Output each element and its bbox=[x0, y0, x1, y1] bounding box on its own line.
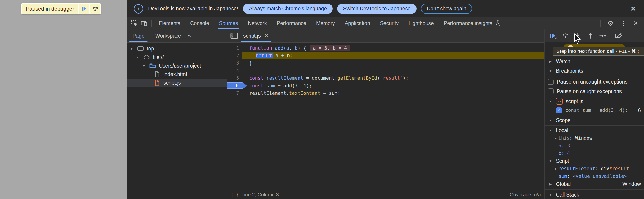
chevron-down-icon[interactable]: ▼ bbox=[548, 193, 553, 196]
tab-console[interactable]: Console bbox=[185, 17, 214, 29]
line-number-gutter[interactable]: 2 bbox=[227, 52, 242, 59]
scope-global-label: Global bbox=[556, 181, 571, 187]
chevron-down-icon[interactable]: ▼ bbox=[135, 55, 140, 59]
checkbox-unchecked[interactable] bbox=[548, 79, 554, 85]
step-button[interactable] bbox=[598, 31, 607, 40]
navigator-toggle-icon[interactable] bbox=[230, 31, 239, 40]
checkbox-unchecked[interactable] bbox=[548, 88, 554, 94]
section-call-stack[interactable]: ▼ Call Stack bbox=[545, 190, 644, 199]
tab-sources[interactable]: Sources bbox=[214, 17, 243, 29]
section-breakpoints[interactable]: ▼ Breakpoints bbox=[545, 66, 644, 76]
tree-item-folder[interactable]: ▼ Users/user/project bbox=[127, 62, 227, 70]
section-scope[interactable]: ▼ Scope bbox=[545, 115, 644, 125]
inspect-element-icon[interactable] bbox=[130, 20, 138, 27]
resume-button[interactable] bbox=[549, 31, 558, 40]
pause-uncaught-label: Pause on uncaught exceptions bbox=[557, 79, 628, 85]
step-out-button[interactable] bbox=[586, 31, 595, 40]
tree-item-file-origin[interactable]: ▼ file:// bbox=[127, 53, 227, 62]
chevron-down-icon[interactable]: ▼ bbox=[548, 69, 553, 73]
tab-memory[interactable]: Memory bbox=[311, 17, 340, 29]
code-text[interactable]: } bbox=[242, 59, 544, 67]
tab-performance[interactable]: Performance bbox=[272, 17, 311, 29]
tree-item-index-html[interactable]: index.html bbox=[127, 70, 227, 79]
step-over-page-button[interactable] bbox=[90, 4, 100, 14]
code-text[interactable]: const sum = add(3, 4); bbox=[242, 82, 544, 89]
pause-uncaught-row[interactable]: Pause on uncaught exceptions bbox=[545, 77, 644, 87]
chevron-right-icon[interactable]: ▶ bbox=[554, 136, 558, 140]
tooltip-text: Step into next function call - F11 - ⌘ ; bbox=[556, 48, 639, 54]
code-text[interactable] bbox=[242, 67, 544, 74]
devtools-close-icon[interactable]: ✕ bbox=[633, 20, 638, 27]
toolbar-separator bbox=[610, 32, 611, 39]
chevron-down-icon[interactable]: ▼ bbox=[548, 159, 553, 163]
section-watch[interactable]: ▶ Watch bbox=[545, 57, 644, 66]
cloud-icon bbox=[143, 54, 150, 61]
checkbox-checked[interactable]: ✓ bbox=[556, 107, 562, 113]
line-number-gutter[interactable]: 4 bbox=[227, 67, 242, 74]
line-number-gutter[interactable]: 5 bbox=[227, 75, 242, 82]
scope-local-group[interactable]: ▼ Local bbox=[545, 126, 644, 134]
tab-performance-insights[interactable]: Performance insights bbox=[439, 17, 505, 29]
resume-script-button[interactable] bbox=[79, 4, 89, 14]
code-line-2: 2 return a + b; bbox=[227, 52, 544, 59]
tree-item-script-js[interactable]: script.js bbox=[127, 79, 227, 87]
divider bbox=[545, 189, 644, 189]
tab-lighthouse[interactable]: Lighthouse bbox=[404, 17, 439, 29]
code-text[interactable]: return a + b; bbox=[242, 52, 544, 59]
kebab-menu-icon[interactable]: ⋮ bbox=[620, 20, 626, 27]
editor-tab-script-js[interactable]: script.js ✕ bbox=[239, 29, 273, 42]
scope-var-this[interactable]: ▶ this: Window bbox=[545, 134, 644, 142]
step-over-button[interactable] bbox=[561, 31, 570, 40]
tab-elements[interactable]: Elements bbox=[154, 17, 185, 29]
tab-label: Console bbox=[190, 20, 209, 26]
chevron-right-icon[interactable]: ▶ bbox=[548, 60, 553, 63]
chevron-down-icon[interactable]: ▼ bbox=[142, 64, 146, 68]
line-number-gutter[interactable]: 3 bbox=[227, 59, 242, 67]
var-value-id: #result bbox=[610, 166, 630, 171]
tab-security[interactable]: Security bbox=[375, 17, 404, 29]
file-icon bbox=[154, 71, 161, 78]
infobar-button-1[interactable]: Switch DevTools to Japanese bbox=[337, 4, 416, 14]
line-number-gutter[interactable]: 6 bbox=[227, 82, 242, 89]
divider bbox=[545, 115, 644, 115]
chevron-down-icon[interactable]: ▼ bbox=[548, 100, 553, 103]
breakpoint-entry[interactable]: ✓ const sum = add(3, 4); 6 bbox=[545, 106, 644, 115]
divider bbox=[545, 76, 644, 76]
infobar-close-icon[interactable]: ✕ bbox=[630, 5, 637, 13]
code-text[interactable]: const resultElement = document.getElemen… bbox=[242, 75, 544, 82]
line-number: 2 bbox=[236, 53, 239, 58]
settings-gear-icon[interactable]: ⚙ bbox=[607, 19, 614, 27]
scope-script-group[interactable]: ▼ Script bbox=[545, 157, 644, 165]
more-tabs-icon[interactable]: » bbox=[186, 33, 192, 39]
pause-caught-row[interactable]: Pause on caught exceptions bbox=[545, 87, 644, 96]
code-text[interactable]: resultElement.textContent = sum; bbox=[242, 89, 544, 97]
device-toolbar-icon[interactable] bbox=[140, 20, 148, 27]
tab-network[interactable]: Network bbox=[243, 17, 272, 29]
pretty-print-icon[interactable]: { } bbox=[231, 192, 238, 197]
deactivate-breakpoints-button[interactable] bbox=[614, 31, 623, 40]
scope-var-result-element[interactable]: ▶ resultElement: div#result bbox=[545, 165, 644, 172]
scope-global-group[interactable]: ▶ Global Window bbox=[545, 180, 644, 188]
code-text[interactable]: function add(a, b) {a = 3, b = 4 bbox=[242, 44, 544, 52]
scope-var-a[interactable]: a: 3 bbox=[545, 142, 644, 149]
scope-var-b[interactable]: b: 4 bbox=[545, 149, 644, 157]
chevron-down-icon[interactable]: ▼ bbox=[548, 129, 553, 132]
tab-close-icon[interactable]: ✕ bbox=[264, 33, 268, 39]
breakpoint-file-group[interactable]: ▼ ‹› script.js bbox=[545, 97, 644, 106]
tab-workspace[interactable]: Workspace bbox=[150, 29, 186, 42]
chevron-right-icon[interactable]: ▶ bbox=[548, 182, 553, 186]
infobar-button-0[interactable]: Always match Chrome's language bbox=[243, 4, 333, 14]
infobar-button-2[interactable]: Don't show again bbox=[421, 4, 472, 14]
chevron-right-icon[interactable]: ▶ bbox=[554, 167, 558, 170]
line-number-gutter[interactable]: 7 bbox=[227, 89, 242, 97]
code-line-4: 4 bbox=[227, 67, 544, 74]
chevron-down-icon[interactable]: ▼ bbox=[129, 47, 134, 50]
tab-page[interactable]: Page bbox=[127, 29, 150, 42]
sidebar-kebab-icon[interactable]: ⋮ bbox=[216, 33, 227, 39]
code-area: 1function add(a, b) {a = 3, b = 42 retur… bbox=[227, 43, 544, 190]
tree-item-top[interactable]: ▼ top bbox=[127, 44, 227, 53]
line-number-gutter[interactable]: 1 bbox=[227, 44, 242, 52]
chevron-down-icon[interactable]: ▼ bbox=[548, 118, 553, 122]
scope-var-sum[interactable]: sum: <value unavailable> bbox=[545, 172, 644, 180]
tab-application[interactable]: Application bbox=[340, 17, 375, 29]
